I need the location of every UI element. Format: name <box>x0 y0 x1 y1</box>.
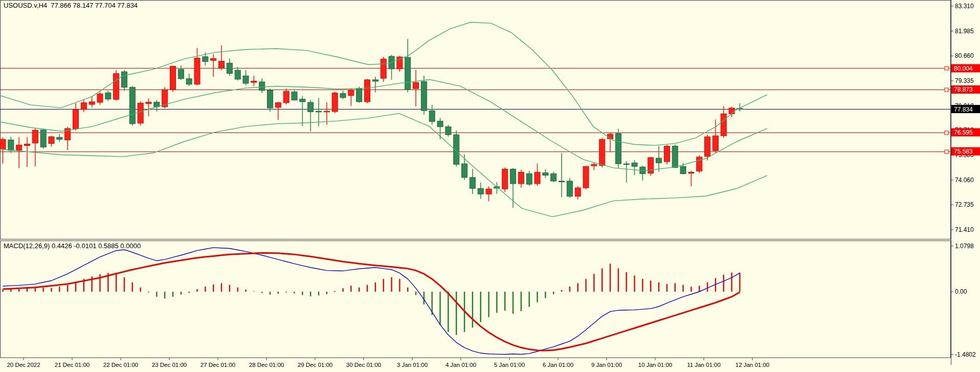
bear-candle <box>227 63 232 73</box>
price-tick-label: 74.060 <box>955 177 974 184</box>
bear-candle <box>632 163 637 166</box>
bear-candle <box>559 181 565 182</box>
bear-candle <box>680 166 686 173</box>
bull-candle <box>211 58 216 60</box>
bear-candle <box>235 70 240 79</box>
bear-candle <box>510 169 516 184</box>
bear-candle <box>316 111 322 112</box>
line-handle-marker[interactable] <box>945 150 948 154</box>
bull-candle <box>219 61 225 68</box>
bull-candle <box>97 94 103 102</box>
bear-candle <box>40 130 46 147</box>
macd-main-line <box>3 248 740 355</box>
bull-candle <box>332 93 338 112</box>
bull-candle <box>0 139 6 149</box>
bull-candle <box>49 137 54 143</box>
bull-candle <box>170 67 176 90</box>
bear-candle <box>405 57 411 90</box>
bull-candle <box>381 59 386 78</box>
chart-canvas[interactable]: 83.31081.98580.66079.33578.01076.71075.3… <box>0 0 980 372</box>
macd-pane <box>3 248 740 355</box>
time-tick-label: 20 Dec 2022 <box>7 362 40 368</box>
time-tick-label: 23 Dec 01:00 <box>152 362 187 368</box>
bear-candle <box>8 140 14 150</box>
bull-candle <box>712 136 718 150</box>
bull-candle <box>534 172 540 184</box>
time-tick-label: 5 Jan 01:00 <box>494 362 525 368</box>
time-tick-label: 28 Dec 01:00 <box>249 362 284 368</box>
price-tag-label: 77.834 <box>954 106 973 113</box>
bull-candle <box>729 108 734 114</box>
bear-candle <box>551 174 556 181</box>
line-handle-marker[interactable] <box>945 67 948 70</box>
line-handle-marker[interactable] <box>945 88 948 92</box>
bull-candle <box>648 158 654 173</box>
bull-candle <box>194 58 200 84</box>
bear-candle <box>672 146 678 168</box>
bollinger-bands <box>0 23 767 217</box>
bull-candle <box>114 74 119 99</box>
time-axis[interactable]: 20 Dec 202221 Dec 01:0022 Dec 01:0023 De… <box>7 358 769 368</box>
bull-candle <box>32 130 38 143</box>
bear-candle <box>470 178 475 188</box>
bear-candle <box>292 92 297 100</box>
bull-candle <box>73 110 79 129</box>
bear-candle <box>437 121 443 127</box>
bear-candle <box>462 164 467 178</box>
bull-candle <box>697 157 702 171</box>
bear-candle <box>421 81 427 111</box>
bull-candle <box>413 82 419 89</box>
bear-candle <box>526 174 532 185</box>
time-tick-label: 22 Dec 01:00 <box>103 362 138 368</box>
bull-candle <box>688 172 694 173</box>
bear-candle <box>268 91 273 108</box>
time-tick-label: 3 Jan 01:00 <box>397 362 428 368</box>
trading-chart-window: USOUSD.v,H4 77.866 78.147 77.704 77.834 … <box>0 0 980 372</box>
time-tick-label: 27 Dec 01:00 <box>201 362 235 368</box>
time-tick-label: 29 Dec 01:00 <box>298 362 332 368</box>
price-tick-label: 80.660 <box>955 52 974 59</box>
bull-candle <box>89 102 95 104</box>
price-tag-label: 75.583 <box>954 148 973 155</box>
bull-candle <box>591 164 597 166</box>
bull-candle <box>599 139 605 165</box>
price-tick-label: 79.335 <box>955 77 974 84</box>
time-tick-label: 4 Jan 01:00 <box>446 362 476 368</box>
bear-candle <box>340 94 346 98</box>
time-tick-label: 9 Jan 01:00 <box>591 362 622 368</box>
price-tag-label: 76.595 <box>954 129 973 136</box>
bull-candle <box>275 103 281 107</box>
bear-candle <box>105 93 111 99</box>
bull-candle <box>251 81 257 83</box>
bull-candle <box>575 188 581 196</box>
macd-tick-label: -1.4802 <box>955 351 976 358</box>
bull-candle <box>81 103 86 110</box>
bull-candle <box>721 114 726 136</box>
bull-candle <box>583 166 589 188</box>
time-tick-label: 11 Jan 01:00 <box>687 362 721 368</box>
time-tick-label: 10 Jan 01:00 <box>638 362 673 368</box>
bear-candle <box>243 76 249 83</box>
bull-candle <box>518 172 524 184</box>
bull-candle <box>705 137 710 157</box>
price-tick-label: 83.310 <box>955 3 974 10</box>
bear-candle <box>623 164 629 165</box>
time-tick-label: 12 Jan 01:00 <box>736 362 770 368</box>
bear-candle <box>478 188 483 194</box>
bear-candle <box>615 134 621 164</box>
bull-candle <box>138 103 143 123</box>
bear-candle <box>186 79 192 84</box>
line-handle-marker[interactable] <box>945 131 948 135</box>
price-tag-label: 80.004 <box>954 65 973 72</box>
macd-tick-label: 1.0798 <box>955 243 974 250</box>
bull-candle <box>324 111 329 112</box>
pane-borders <box>1 0 951 365</box>
bear-candle <box>372 80 378 81</box>
price-axis[interactable]: 83.31081.98580.66079.33578.01076.71075.3… <box>951 3 976 358</box>
bull-candle <box>348 90 354 95</box>
bear-candle <box>57 137 62 139</box>
bear-candle <box>357 89 362 102</box>
bull-candle <box>365 80 370 102</box>
bear-candle <box>203 57 208 62</box>
time-tick-label: 21 Dec 01:00 <box>55 362 90 368</box>
